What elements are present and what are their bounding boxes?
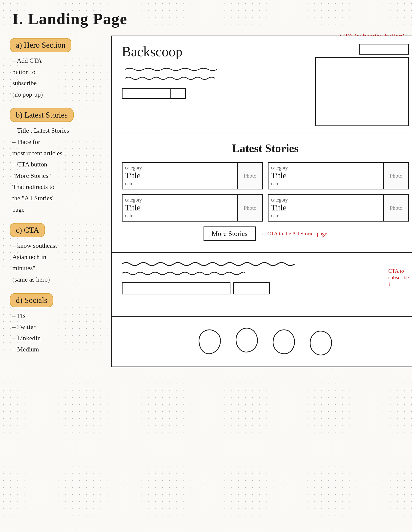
social-circle-medium[interactable] — [310, 331, 332, 355]
story-card-1-title: Title — [123, 171, 237, 181]
story-card-3: category Title date Photo — [122, 194, 263, 222]
story-card-4-category: category — [268, 195, 383, 203]
story-card-4-date: date — [268, 213, 383, 221]
more-stories-button[interactable]: More Stories — [204, 226, 256, 241]
story-card-3-title: Title — [123, 203, 237, 213]
sidebar-notes-hero: – Add CTA button to subscribe (no pop-up… — [10, 56, 106, 101]
sidebar-section-socials: d) Socials – FB – Twitter – LinkedIn – M… — [10, 293, 106, 356]
story-card-2-category: category — [268, 163, 383, 171]
hero-section: Backscoop — [112, 36, 412, 134]
cta-input-row — [122, 282, 270, 294]
wavy-line-1 — [122, 66, 221, 73]
social-circle-linkedin[interactable] — [273, 329, 295, 354]
story-card-1-date: date — [123, 181, 237, 189]
hero-right — [315, 44, 409, 126]
page-wrapper: I. Landing Page CTA (subscribe button) ↓… — [7, 10, 412, 532]
socials-section — [112, 317, 412, 367]
sidebar-label-hero: a) Hero Section — [10, 38, 71, 52]
more-stories-annotation: ← CTA to the All Stories page — [261, 230, 327, 237]
sidebar-section-latest: b) Latest Stories – Title : Latest Stori… — [10, 108, 106, 216]
sidebar-notes-cta: – know southeast Asian tech in minutes" … — [10, 241, 106, 286]
story-card-2: category Title date Photo — [268, 162, 409, 189]
story-card-4-photo: Photo — [383, 195, 408, 221]
latest-stories-title: Latest Stories — [122, 142, 409, 155]
cta-wavy-text — [122, 260, 409, 277]
sidebar-label-cta: c) CTA — [10, 223, 45, 237]
hero-wavy-lines — [122, 66, 305, 82]
subscribe-button-sketch[interactable] — [359, 44, 409, 55]
cta-wavy-1 — [122, 260, 295, 268]
story-card-2-title: Title — [268, 171, 383, 181]
cta-subscribe-text: CTA tosubscribe — [388, 268, 409, 281]
cta-subscribe-arrow: ↓ — [388, 281, 391, 287]
hero-cta-main-rect — [122, 88, 171, 99]
hero-logo: Backscoop — [122, 44, 305, 60]
social-circle-twitter[interactable] — [236, 328, 258, 352]
main-layout: a) Hero Section – Add CTA button to subs… — [7, 36, 412, 367]
latest-stories-section: Latest Stories category Title date Photo… — [112, 134, 412, 253]
cta-subscribe-annotation: CTA tosubscribe ↓ — [388, 268, 409, 287]
cta-email-input-sketch[interactable] — [122, 282, 230, 294]
sidebar-label-latest: b) Latest Stories — [10, 108, 74, 122]
story-card-3-date: date — [123, 213, 237, 221]
hero-left: Backscoop — [122, 44, 305, 126]
sidebar-section-cta: c) CTA – know southeast Asian tech in mi… — [10, 223, 106, 286]
story-card-4-title: Title — [268, 203, 383, 213]
story-card-1-category: category — [123, 163, 237, 171]
story-card-2-date: date — [268, 181, 383, 189]
page-title: I. Landing Page — [7, 10, 412, 28]
story-card-1-photo: Photo — [237, 163, 262, 189]
more-stories-row: More Stories ← CTA to the All Stories pa… — [122, 226, 409, 241]
sidebar-section-hero: a) Hero Section – Add CTA button to subs… — [10, 38, 106, 101]
sidebar-label-socials: d) Socials — [10, 293, 53, 307]
cta-submit-sketch[interactable] — [233, 282, 270, 294]
sidebar: a) Hero Section – Add CTA button to subs… — [7, 36, 111, 367]
cta-wavy-2 — [122, 270, 245, 277]
hero-cta-small-rect — [171, 88, 186, 99]
story-card-1: category Title date Photo — [122, 162, 263, 189]
story-card-2-photo: Photo — [383, 163, 408, 189]
wavy-line-2 — [122, 75, 221, 82]
sidebar-notes-socials: – FB – Twitter – LinkedIn – Medium — [10, 311, 106, 356]
cta-section: CTA tosubscribe ↓ — [112, 253, 412, 317]
story-card-3-category: category — [123, 195, 237, 203]
story-card-3-photo: Photo — [237, 195, 262, 221]
wireframe-area: Backscoop — [111, 36, 412, 367]
hero-cta-button-sketch[interactable] — [122, 88, 186, 99]
stories-grid: category Title date Photo category Title… — [122, 162, 409, 222]
hero-image-box — [315, 57, 409, 126]
sidebar-notes-latest: – Title : Latest Stories – Place for mos… — [10, 125, 106, 216]
social-circle-fb[interactable] — [199, 329, 221, 354]
story-card-4: category Title date Photo — [268, 194, 409, 222]
